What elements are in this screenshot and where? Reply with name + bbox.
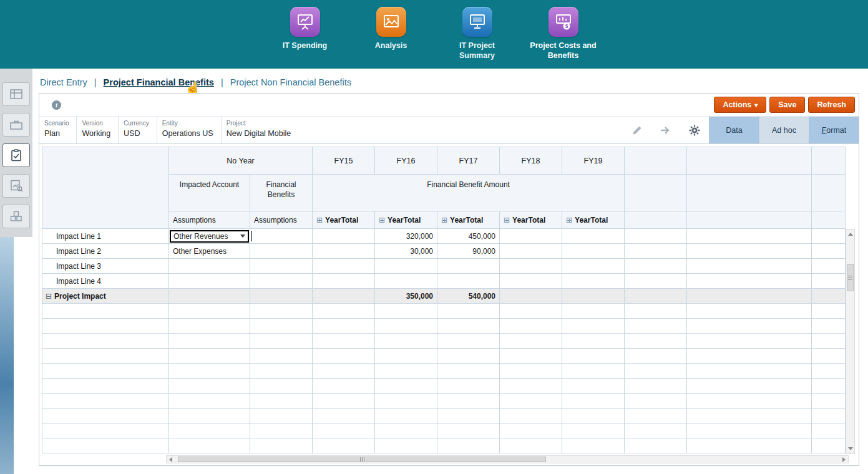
pov-dimension-label: Currency: [124, 120, 149, 127]
collapse-icon[interactable]: ⊟: [46, 292, 52, 301]
empty-cell: [500, 304, 562, 319]
row-header: Impact Line 3: [42, 259, 169, 274]
data-cell[interactable]: [250, 274, 313, 289]
library-icon[interactable]: [2, 113, 30, 137]
total-cell-fy19: [562, 289, 625, 304]
data-cell-fy19[interactable]: [562, 274, 625, 289]
data-cell-fy18[interactable]: [500, 229, 562, 244]
pov-entity[interactable]: Entity Operations US: [157, 117, 222, 143]
data-cell-fy19[interactable]: [562, 244, 625, 259]
report-search-icon[interactable]: [2, 174, 30, 198]
expand-icon[interactable]: ⊞: [316, 216, 323, 225]
data-cell-fy16[interactable]: [375, 274, 437, 289]
pov-currency[interactable]: Currency USD: [119, 117, 157, 143]
column-header-impacted-account: Impacted Account: [169, 175, 250, 211]
info-icon[interactable]: i: [52, 100, 61, 110]
expand-icon[interactable]: ⊞: [441, 216, 447, 225]
data-cell-fy15[interactable]: [313, 259, 375, 274]
subheader-yeartotal-fy17[interactable]: ⊞YearTotal: [437, 211, 500, 229]
horizontal-scroll-thumb[interactable]: [178, 457, 546, 462]
data-cell-fy16[interactable]: 30,000: [375, 244, 437, 259]
scroll-down-arrow[interactable]: [846, 445, 854, 453]
settings-gear-button[interactable]: [680, 117, 709, 143]
scroll-left-arrow[interactable]: [167, 456, 175, 463]
pov-scenario[interactable]: Scenario Plan: [39, 117, 77, 143]
vertical-scroll-thumb[interactable]: [847, 264, 854, 291]
row-header: [42, 334, 169, 349]
tab-data[interactable]: Data: [709, 117, 759, 143]
edit-pencil-button[interactable]: [623, 117, 651, 143]
data-cell-fy15[interactable]: [313, 274, 375, 289]
data-cell-fy17[interactable]: 450,000: [437, 229, 500, 244]
empty-header-cell: [687, 211, 812, 229]
data-cell[interactable]: [250, 259, 313, 274]
expand-icon[interactable]: ⊞: [504, 216, 510, 225]
data-cell-fy17[interactable]: 90,000: [437, 244, 500, 259]
data-cell-fy18[interactable]: [500, 259, 562, 274]
account-cell[interactable]: [169, 259, 250, 274]
actions-button[interactable]: Actions ▾: [714, 97, 766, 113]
scroll-right-arrow[interactable]: [840, 456, 848, 463]
empty-cell: [375, 379, 437, 394]
tab-ad-hoc[interactable]: Ad hoc: [759, 117, 809, 143]
data-cell-fy19[interactable]: [562, 259, 625, 274]
go-arrow-button[interactable]: [651, 117, 680, 143]
data-cell-fy18[interactable]: [500, 244, 562, 259]
data-cell[interactable]: [250, 229, 313, 244]
data-cell-fy15[interactable]: [313, 229, 375, 244]
breadcrumb-project-financial-benefits[interactable]: Project Financial Benefits: [104, 77, 214, 87]
row-header: [42, 423, 169, 438]
empty-cell: [687, 229, 812, 244]
tab-format[interactable]: Format: [809, 117, 859, 143]
data-cell: [250, 289, 313, 304]
yeartotal-label: YearTotal: [325, 216, 358, 225]
total-row-label: Project Impact: [54, 292, 106, 301]
empty-cell: [169, 349, 250, 364]
row-header: [42, 349, 169, 364]
empty-cell: [437, 409, 500, 423]
empty-cell: [313, 379, 375, 394]
rail-gradient-bar: [0, 237, 14, 474]
empty-cell: [313, 364, 375, 379]
horizontal-scrollbar[interactable]: [166, 455, 849, 463]
subheader-yeartotal-fy18[interactable]: ⊞YearTotal: [500, 211, 562, 229]
pov-dimension-label: Version: [82, 120, 110, 127]
save-button[interactable]: Save: [769, 97, 805, 113]
row-header: [42, 319, 169, 334]
data-cell-fy16[interactable]: [375, 259, 437, 274]
empty-cell: [169, 394, 250, 409]
subheader-yeartotal-fy16[interactable]: ⊞YearTotal: [375, 211, 437, 229]
data-cell-fy17[interactable]: [437, 274, 500, 289]
app-it-spending[interactable]: IT Spending: [268, 7, 343, 51]
refresh-button[interactable]: Refresh: [808, 97, 855, 113]
data-cell-fy17[interactable]: [437, 259, 500, 274]
pov-project[interactable]: Project New Digital Mobile: [222, 117, 299, 143]
data-cell-fy16[interactable]: 320,000: [375, 229, 437, 244]
app-analysis[interactable]: Analysis: [354, 7, 429, 51]
vertical-scrollbar[interactable]: [846, 229, 855, 454]
pov-version[interactable]: Version Working: [77, 117, 119, 143]
breadcrumb-direct-entry[interactable]: Direct Entry: [40, 77, 87, 87]
account-dropdown[interactable]: Other Revenues: [170, 230, 249, 243]
data-cell-fy15[interactable]: [313, 244, 375, 259]
empty-cell: [313, 304, 375, 319]
row-header: ⊟Project Impact: [42, 289, 169, 304]
subheader-yeartotal-fy19[interactable]: ⊞YearTotal: [562, 211, 625, 229]
dimensions-cubes-icon[interactable]: [2, 205, 30, 228]
task-list-icon[interactable]: [2, 143, 30, 167]
expand-icon[interactable]: ⊞: [566, 216, 572, 225]
data-cell-fy19[interactable]: [562, 229, 625, 244]
scroll-up-arrow[interactable]: [846, 230, 854, 238]
expand-icon[interactable]: ⊞: [379, 216, 385, 225]
app-it-project-summary[interactable]: IT Project Summary: [440, 7, 515, 60]
subheader-yeartotal-fy15[interactable]: ⊞YearTotal: [313, 211, 375, 229]
account-cell[interactable]: Other Expenses: [169, 244, 250, 259]
app-project-costs-and-benefits[interactable]: $ Project Costs and Benefits: [526, 7, 601, 60]
empty-row: [42, 304, 846, 319]
account-cell[interactable]: [169, 274, 250, 289]
data-cell-fy18[interactable]: [500, 274, 562, 289]
data-cell[interactable]: [250, 244, 313, 259]
empty-cell: [562, 319, 625, 334]
breadcrumb-project-non-financial-benefits[interactable]: Project Non Financial Benefits: [230, 77, 351, 87]
forms-icon[interactable]: [2, 82, 30, 106]
